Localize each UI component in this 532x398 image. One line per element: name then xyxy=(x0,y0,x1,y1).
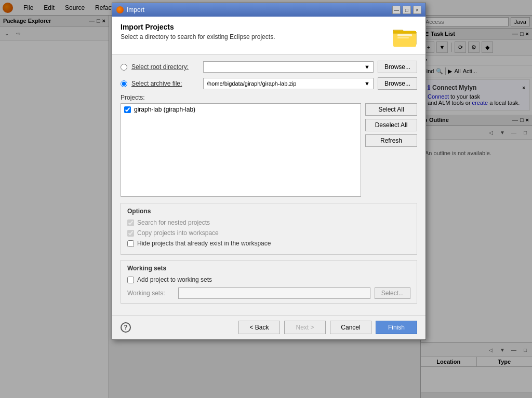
archive-file-input[interactable]: /home/bigdata/giraph/giraph-lab.zip ▼ xyxy=(203,78,374,89)
dialog-body: Select root directory: ▼ Browse... Selec… xyxy=(112,54,425,310)
add-working-sets-label: Add project to working sets xyxy=(137,276,212,283)
back-button[interactable]: < Back xyxy=(238,321,280,334)
archive-dropdown-icon: ▼ xyxy=(364,80,370,87)
dialog-header-subtitle: Select a directory to search for existin… xyxy=(121,33,275,40)
hide-existing-checkbox[interactable] xyxy=(127,240,134,247)
working-sets-input[interactable] xyxy=(178,287,370,299)
projects-buttons: Select All Deselect All Refresh xyxy=(365,103,417,197)
dialog-title-buttons: — □ × xyxy=(392,6,421,14)
working-sets-section: Working sets Add project to working sets… xyxy=(121,260,417,304)
working-sets-select-button[interactable]: Select... xyxy=(375,287,410,299)
svg-rect-2 xyxy=(397,37,409,38)
projects-label: Projects: xyxy=(121,94,417,101)
copy-projects-row: Copy projects into workspace xyxy=(127,229,410,237)
hide-existing-row: Hide projects that already exist in the … xyxy=(127,240,410,247)
working-sets-input-row: Working sets: Select... xyxy=(127,287,410,299)
archive-browse-button[interactable]: Browse... xyxy=(378,77,417,90)
dialog-logo-icon xyxy=(116,6,124,13)
search-nested-checkbox[interactable] xyxy=(127,219,134,226)
dialog-header-text: Import Projects Select a directory to se… xyxy=(121,23,275,40)
search-nested-label: Search for nested projects xyxy=(137,219,210,226)
root-directory-label: Select root directory: xyxy=(131,63,199,71)
root-dir-dropdown-icon: ▼ xyxy=(364,64,370,70)
search-nested-row: Search for nested projects xyxy=(127,219,410,226)
options-title: Options xyxy=(127,208,410,215)
select-root-row: Select root directory: ▼ Browse... xyxy=(121,61,417,73)
select-all-button[interactable]: Select All xyxy=(365,103,417,116)
root-directory-radio[interactable] xyxy=(121,64,127,71)
hide-existing-label: Hide projects that already exist in the … xyxy=(137,240,271,247)
copy-projects-label: Copy projects into workspace xyxy=(137,229,219,237)
dialog-maximize-button[interactable]: □ xyxy=(403,6,411,14)
project-checkbox[interactable] xyxy=(124,106,131,113)
project-item: giraph-lab (giraph-lab) xyxy=(121,104,361,115)
svg-rect-1 xyxy=(397,34,412,36)
footer-buttons: < Back Next > Cancel Finish xyxy=(238,321,417,334)
cancel-button[interactable]: Cancel xyxy=(330,321,371,334)
archive-path-value: /home/bigdata/giraph/giraph-lab.zip xyxy=(207,80,296,87)
finish-button[interactable]: Finish xyxy=(376,321,417,334)
dialog-header: Import Projects Select a directory to se… xyxy=(112,17,425,54)
dialog-title-area: Import xyxy=(116,6,144,13)
projects-section: Projects: giraph-lab (giraph-lab) Select… xyxy=(121,94,417,197)
projects-container: giraph-lab (giraph-lab) Select All Desel… xyxy=(121,103,417,197)
import-dialog: Import — □ × Import Projects Select a di… xyxy=(112,3,426,340)
dialog-close-button[interactable]: × xyxy=(413,6,421,14)
dialog-title-label: Import xyxy=(127,6,144,13)
dialog-minimize-button[interactable]: — xyxy=(392,6,401,14)
root-directory-input[interactable]: ▼ xyxy=(203,61,374,73)
add-working-sets-checkbox[interactable] xyxy=(127,277,134,283)
dialog-titlebar: Import — □ × xyxy=(112,3,425,17)
refresh-button[interactable]: Refresh xyxy=(365,134,417,147)
dialog-footer: ? < Back Next > Cancel Finish xyxy=(112,315,425,339)
deselect-all-button[interactable]: Deselect All xyxy=(365,119,417,131)
working-sets-title: Working sets xyxy=(127,265,410,272)
root-browse-button[interactable]: Browse... xyxy=(378,61,417,73)
archive-file-label: Select archive file: xyxy=(131,80,199,87)
next-button[interactable]: Next > xyxy=(284,321,326,334)
project-name: giraph-lab (giraph-lab) xyxy=(134,106,195,113)
archive-file-radio[interactable] xyxy=(121,80,127,87)
add-to-working-sets-row: Add project to working sets xyxy=(127,276,410,283)
select-archive-row: Select archive file: /home/bigdata/girap… xyxy=(121,77,417,90)
projects-list: giraph-lab (giraph-lab) xyxy=(121,103,361,197)
dialog-header-title: Import Projects xyxy=(121,23,275,31)
options-section: Options Search for nested projects Copy … xyxy=(121,203,417,255)
folder-icon xyxy=(392,23,417,48)
copy-projects-checkbox[interactable] xyxy=(127,230,134,237)
help-button[interactable]: ? xyxy=(121,322,131,333)
working-sets-label: Working sets: xyxy=(127,290,174,297)
